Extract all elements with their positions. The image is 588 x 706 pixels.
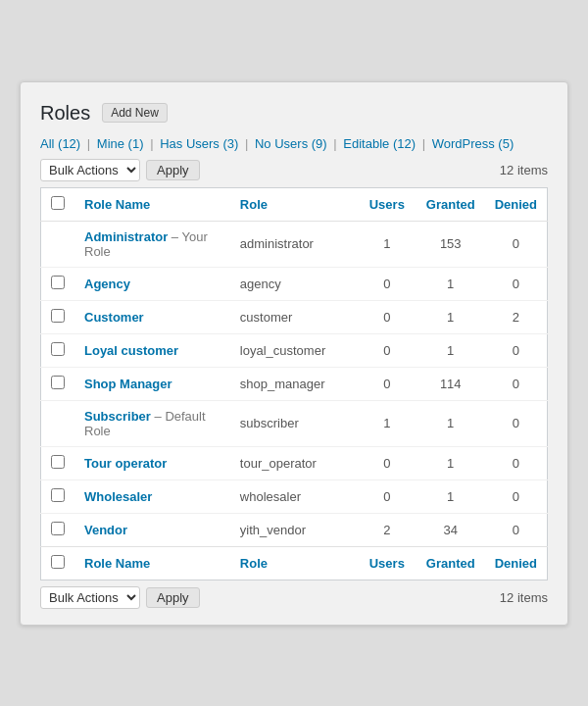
row-checkbox[interactable] xyxy=(51,522,65,535)
row-check-cell xyxy=(41,513,75,546)
row-granted-cell: 34 xyxy=(416,513,485,546)
filter-has-users[interactable]: Has Users (3) xyxy=(160,136,238,151)
row-role-cell: administrator xyxy=(230,221,358,267)
table-row: Vendoryith_vendor2340 xyxy=(41,513,548,546)
table-row: Agencyagency010 xyxy=(41,267,548,300)
bottom-bulk-bar: Bulk Actions Apply 12 items xyxy=(40,586,548,609)
apply-top-button[interactable]: Apply xyxy=(146,160,200,180)
footer-users: Users xyxy=(358,546,416,580)
row-role-cell: wholesaler xyxy=(230,479,358,513)
filter-mine[interactable]: Mine (1) xyxy=(97,136,144,151)
filter-bar: All (12) | Mine (1) | Has Users (3) | No… xyxy=(40,136,548,151)
row-role-cell: yith_vendor xyxy=(230,513,358,546)
table-header-row: Role Name Role Users Granted Denied xyxy=(41,187,548,221)
row-checkbox[interactable] xyxy=(51,455,65,469)
filter-editable[interactable]: Editable (12) xyxy=(343,136,416,151)
row-check-cell xyxy=(41,300,75,333)
row-granted-cell: 153 xyxy=(416,221,485,267)
roles-table: Role Name Role Users Granted Denied Admi… xyxy=(40,187,548,580)
row-check-cell xyxy=(41,400,75,446)
header-role: Role xyxy=(230,187,358,221)
row-users-cell: 0 xyxy=(358,267,416,300)
row-role-name-cell: Vendor xyxy=(74,513,230,546)
row-role-cell: tour_operator xyxy=(230,446,358,479)
role-name-link[interactable]: Tour operator xyxy=(84,456,167,471)
row-denied-cell: 0 xyxy=(485,479,548,513)
row-users-cell: 0 xyxy=(358,333,416,367)
row-users-cell: 0 xyxy=(358,446,416,479)
row-denied-cell: 0 xyxy=(485,333,548,367)
row-role-name-cell: Subscriber – Default Role xyxy=(74,400,230,446)
table-row: Customercustomer012 xyxy=(41,300,548,333)
filter-no-users[interactable]: No Users (9) xyxy=(255,136,327,151)
row-role-name-cell: Loyal customer xyxy=(74,333,230,367)
row-denied-cell: 0 xyxy=(485,446,548,479)
row-check-cell xyxy=(41,479,75,513)
row-denied-cell: 0 xyxy=(485,267,548,300)
role-name-link[interactable]: Administrator xyxy=(84,229,168,244)
row-denied-cell: 0 xyxy=(485,367,548,400)
table-row: Subscriber – Default Rolesubscriber110 xyxy=(41,400,548,446)
role-name-link[interactable]: Wholesaler xyxy=(84,489,152,504)
table-row: Loyal customerloyal_customer010 xyxy=(41,333,548,367)
row-users-cell: 0 xyxy=(358,367,416,400)
row-checkbox[interactable] xyxy=(51,309,65,323)
table-footer-row: Role Name Role Users Granted Denied xyxy=(41,546,548,580)
footer-granted: Granted xyxy=(416,546,485,580)
row-granted-cell: 1 xyxy=(416,479,485,513)
header-users: Users xyxy=(358,187,416,221)
filter-wordpress[interactable]: WordPress (5) xyxy=(432,136,514,151)
row-role-name-cell: Tour operator xyxy=(74,446,230,479)
add-new-button[interactable]: Add New xyxy=(102,103,168,123)
row-checkbox[interactable] xyxy=(51,376,65,389)
row-granted-cell: 114 xyxy=(416,367,485,400)
row-users-cell: 0 xyxy=(358,479,416,513)
bulk-actions-bottom-select[interactable]: Bulk Actions xyxy=(40,586,140,609)
row-denied-cell: 2 xyxy=(485,300,548,333)
row-users-cell: 2 xyxy=(358,513,416,546)
header-granted: Granted xyxy=(416,187,485,221)
row-users-cell: 0 xyxy=(358,300,416,333)
row-check-cell xyxy=(41,367,75,400)
row-checkbox[interactable] xyxy=(51,342,65,356)
header-check xyxy=(41,187,75,221)
row-users-cell: 1 xyxy=(358,221,416,267)
row-denied-cell: 0 xyxy=(485,221,548,267)
select-all-footer-checkbox[interactable] xyxy=(51,555,65,569)
role-name-link[interactable]: Agency xyxy=(84,277,130,291)
footer-role-name: Role Name xyxy=(74,546,230,580)
row-role-cell: subscriber xyxy=(230,400,358,446)
row-denied-cell: 0 xyxy=(485,400,548,446)
apply-bottom-button[interactable]: Apply xyxy=(146,587,200,608)
filter-all[interactable]: All (12) xyxy=(40,136,80,151)
row-role-name-cell: Administrator – Your Role xyxy=(74,221,230,267)
row-granted-cell: 1 xyxy=(416,446,485,479)
role-name-link[interactable]: Subscriber xyxy=(84,409,151,424)
select-all-checkbox[interactable] xyxy=(51,196,65,210)
page-title: Roles xyxy=(40,102,90,125)
role-name-link[interactable]: Loyal customer xyxy=(84,343,178,358)
row-users-cell: 1 xyxy=(358,400,416,446)
table-body: Administrator – Your Roleadministrator11… xyxy=(41,221,548,546)
footer-role: Role xyxy=(230,546,358,580)
row-role-name-cell: Customer xyxy=(74,300,230,333)
row-check-cell xyxy=(41,333,75,367)
row-checkbox[interactable] xyxy=(51,488,65,502)
row-check-cell xyxy=(41,267,75,300)
items-count-bottom: 12 items xyxy=(500,590,548,605)
role-name-link[interactable]: Vendor xyxy=(84,523,127,537)
row-role-name-cell: Agency xyxy=(74,267,230,300)
table-row: Wholesalerwholesaler010 xyxy=(41,479,548,513)
bulk-actions-top-select[interactable]: Bulk Actions xyxy=(40,159,140,181)
role-name-link[interactable]: Shop Manager xyxy=(84,377,172,391)
panel-header: Roles Add New xyxy=(40,102,548,125)
row-role-cell: customer xyxy=(230,300,358,333)
row-check-cell xyxy=(41,221,75,267)
table-row: Tour operatortour_operator010 xyxy=(41,446,548,479)
table-row: Administrator – Your Roleadministrator11… xyxy=(41,221,548,267)
footer-denied: Denied xyxy=(485,546,548,580)
header-role-name: Role Name xyxy=(74,187,230,221)
role-name-link[interactable]: Customer xyxy=(84,310,144,325)
footer-check xyxy=(41,546,75,580)
row-checkbox[interactable] xyxy=(51,276,65,289)
